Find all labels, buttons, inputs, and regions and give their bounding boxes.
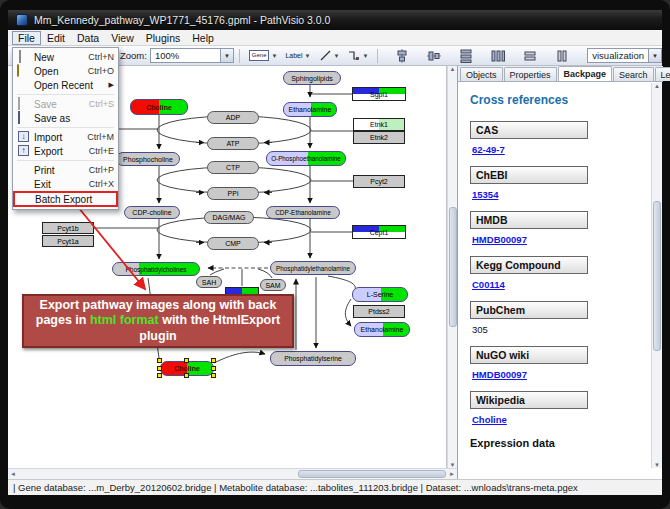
cept1-node[interactable]: Cept1: [352, 225, 406, 239]
ethanolamine-node[interactable]: Ethanolamine: [354, 322, 410, 337]
selection-handle[interactable]: [184, 358, 189, 363]
dag-mag-node[interactable]: DAG/MAG: [204, 211, 254, 224]
menu-bar: FileEditDataViewPluginsHelp: [8, 30, 662, 46]
file-menu-item-import[interactable]: ↓ImportCtrl+M: [14, 130, 117, 144]
ppi-node[interactable]: PPi: [207, 187, 259, 200]
menu-help[interactable]: Help: [186, 31, 220, 45]
selection-handle[interactable]: [184, 373, 189, 378]
backpage-link[interactable]: HMDB00097: [472, 369, 651, 380]
draw-line-button[interactable]: ▼: [315, 47, 344, 64]
export-icon: ↑: [17, 145, 30, 157]
backpage-link[interactable]: Choline: [472, 414, 651, 425]
menu-data[interactable]: Data: [71, 31, 105, 45]
selection-handle[interactable]: [157, 358, 162, 363]
scroll-up-icon[interactable]: ▲: [448, 66, 458, 72]
selection-handle[interactable]: [211, 373, 216, 378]
add-gene-button[interactable]: Gene ▼: [245, 48, 282, 63]
scroll-up-icon[interactable]: ▲: [652, 83, 662, 89]
draw-elbow-button[interactable]: ▼: [343, 47, 372, 64]
canvas-vertical-scrollbar[interactable]: ▲ ▼: [447, 66, 457, 468]
pcyt1b-node[interactable]: Pcyt1b: [42, 222, 94, 234]
cdp-choline-node[interactable]: CDP-choline: [124, 206, 180, 219]
canvas-horizontal-scrollbar[interactable]: ◄ ►: [8, 468, 457, 479]
phosphatidylethanolamine-node[interactable]: Phosphatidylethanolamine: [270, 261, 356, 275]
backpage-section-title: NuGO wiki: [470, 346, 588, 364]
tab-properties[interactable]: Properties: [504, 67, 557, 81]
menu-file[interactable]: File: [12, 31, 41, 45]
selection-handle[interactable]: [211, 358, 216, 363]
distribute-horizontal-button[interactable]: [487, 47, 509, 65]
sah-node[interactable]: SAH: [196, 276, 222, 288]
cmp-node[interactable]: CMP: [207, 237, 259, 250]
file-menu-item-print[interactable]: PrintCtrl+P: [14, 163, 117, 177]
ptdss2-node[interactable]: Ptdss2: [353, 305, 405, 318]
common-width-icon: [523, 49, 537, 63]
tab-search[interactable]: Search: [613, 67, 654, 81]
backpage-section-title: ChEBI: [470, 166, 588, 184]
align-horizontal-center-button[interactable]: [391, 47, 413, 65]
visualization-dropdown-icon[interactable]: ▼: [648, 49, 661, 62]
file-menu-item-save-as[interactable]: Save as: [14, 111, 117, 125]
o-phosphoethanolamine-node[interactable]: O-Phosphoethanolamine: [266, 151, 346, 166]
menu-item-label: Export: [30, 146, 89, 157]
etnk1-node[interactable]: Etnk1: [353, 118, 405, 131]
zoom-dropdown-icon[interactable]: ▼: [220, 49, 233, 62]
cdp-ethanolamine-node[interactable]: CDP-Ethanolamine: [266, 206, 340, 219]
tab-objects[interactable]: Objects: [460, 67, 503, 81]
submenu-arrow-icon: ▶: [109, 81, 114, 89]
backpage-link[interactable]: 62-49-7: [472, 144, 651, 155]
menu-view[interactable]: View: [105, 31, 140, 45]
panel-vertical-scrollbar[interactable]: ▲ ▼: [651, 83, 662, 468]
adp-node[interactable]: ADP: [207, 111, 259, 124]
file-menu-item-exit[interactable]: ExitCtrl+X: [14, 177, 117, 191]
sphingolipids-node[interactable]: Sphingolipids: [283, 71, 341, 85]
zoom-combobox[interactable]: 100% ▼: [150, 48, 234, 63]
scroll-left-icon[interactable]: ◄: [8, 471, 18, 477]
backpage-section-title: PubChem: [470, 301, 588, 319]
menu-plugins[interactable]: Plugins: [140, 31, 186, 45]
selection-handle[interactable]: [157, 373, 162, 378]
menu-edit[interactable]: Edit: [41, 31, 71, 45]
pcyt1a-node[interactable]: Pcyt1a: [42, 235, 94, 247]
scroll-right-icon[interactable]: ►: [447, 471, 457, 477]
choline-node[interactable]: Choline: [130, 99, 188, 115]
file-menu-item-new[interactable]: NewCtrl+N: [14, 50, 117, 64]
tab-legend[interactable]: Legend: [655, 67, 670, 81]
file-menu-item-batch-export[interactable]: Batch Export: [13, 191, 118, 207]
file-menu-item-export[interactable]: ↑ExportCtrl+E: [14, 144, 117, 158]
file-menu-item-open[interactable]: OpenCtrl+O: [14, 64, 117, 78]
file-menu-item-save[interactable]: SaveCtrl+S: [14, 97, 117, 111]
etnk2-node[interactable]: Etnk2: [353, 131, 405, 144]
tab-backpage[interactable]: Backpage: [558, 66, 613, 81]
selection-handle[interactable]: [157, 366, 162, 371]
backpage-link[interactable]: 15354: [472, 189, 651, 200]
add-label-button[interactable]: Label ▼: [281, 50, 314, 61]
pcyt2-node[interactable]: Pcyt2: [353, 175, 405, 188]
ethanolamine-node[interactable]: Ethanolamine: [283, 102, 337, 117]
scrollbar-thumb[interactable]: [449, 207, 457, 327]
scroll-down-icon[interactable]: ▼: [652, 462, 662, 468]
chevron-down-icon[interactable]: ▼: [271, 53, 277, 59]
scrollbar-thumb[interactable]: [653, 201, 661, 351]
sgpl1-node[interactable]: Sgpl1: [352, 87, 406, 101]
visualization-combobox[interactable]: visualization ▼: [587, 48, 662, 63]
scrollbar-thumb[interactable]: [298, 470, 446, 478]
common-width-button[interactable]: [519, 47, 541, 65]
sam-node[interactable]: SAM: [260, 279, 286, 291]
selection-handle[interactable]: [211, 366, 216, 371]
distribute-vertical-button[interactable]: [455, 47, 477, 65]
backpage-link[interactable]: HMDB00097: [472, 234, 651, 245]
atp-node[interactable]: ATP: [207, 137, 259, 150]
backpage-link[interactable]: C00114: [472, 279, 651, 290]
chevron-down-icon[interactable]: ▼: [334, 53, 340, 59]
align-vertical-center-button[interactable]: [423, 47, 445, 65]
phosphatidylcholines-node[interactable]: Phosphatidylcholines: [112, 262, 200, 276]
chevron-down-icon[interactable]: ▼: [305, 53, 311, 59]
file-menu-item-open-recent[interactable]: Open Recent▶: [14, 78, 117, 92]
chevron-down-icon[interactable]: ▼: [362, 53, 368, 59]
l-serine-node[interactable]: L-Serine: [352, 287, 408, 302]
ctp-node[interactable]: CTP: [207, 161, 259, 174]
common-height-button[interactable]: [551, 47, 573, 65]
phosphocholine-node[interactable]: Phosphocholine: [116, 152, 180, 166]
phosphatidylserine-node[interactable]: Phosphatidylserine: [270, 351, 356, 366]
